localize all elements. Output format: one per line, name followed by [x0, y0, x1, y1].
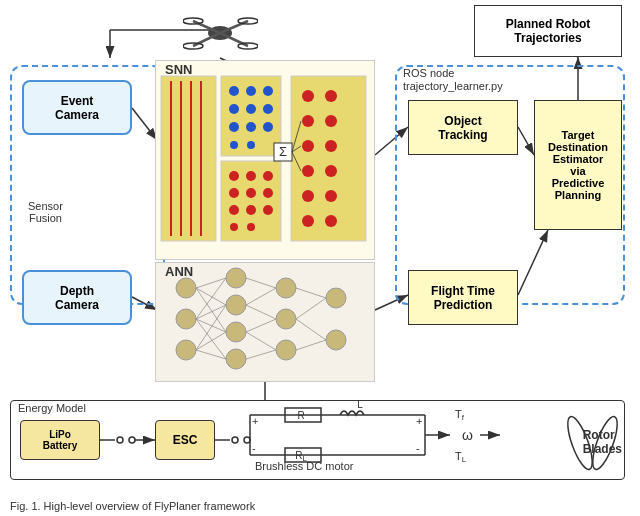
lipo-label: LiPo Battery [43, 429, 77, 451]
dc-motor-label: Brushless DC motor [255, 460, 353, 472]
snn-label: SNN [165, 62, 192, 77]
svg-point-98 [226, 268, 246, 288]
svg-point-62 [246, 122, 256, 132]
svg-point-88 [302, 215, 314, 227]
drone-image [180, 8, 260, 58]
svg-point-72 [229, 205, 239, 215]
svg-line-110 [196, 278, 226, 319]
svg-point-73 [246, 205, 256, 215]
svg-point-106 [326, 330, 346, 350]
svg-point-85 [325, 165, 337, 177]
svg-point-63 [263, 122, 273, 132]
svg-point-89 [325, 215, 337, 227]
planned-trajectories-box: Planned Robot Trajectories [474, 5, 622, 57]
event-camera-box: Event Camera [22, 80, 132, 135]
svg-rect-48 [161, 76, 216, 241]
svg-line-116 [196, 350, 226, 359]
svg-line-125 [296, 319, 326, 340]
svg-point-67 [246, 171, 256, 181]
ann-container [155, 262, 375, 382]
svg-point-68 [263, 171, 273, 181]
svg-point-56 [246, 86, 256, 96]
target-destination-label: Target Destination Estimator via Predict… [548, 129, 608, 201]
svg-point-69 [229, 188, 239, 198]
depth-camera-label: Depth Camera [55, 284, 99, 312]
esc-label: ESC [173, 433, 198, 447]
sensor-fusion-label: Sensor Fusion [28, 200, 63, 224]
fig-caption: Fig. 1. High-level overview of FlyPlaner… [10, 500, 255, 512]
svg-point-82 [302, 140, 314, 152]
target-destination-box: Target Destination Estimator via Predict… [534, 100, 622, 230]
svg-point-104 [276, 340, 296, 360]
svg-point-60 [263, 104, 273, 114]
svg-line-108 [196, 288, 226, 305]
event-camera-label: Event Camera [55, 94, 99, 122]
svg-point-59 [246, 104, 256, 114]
svg-line-123 [296, 288, 326, 298]
svg-line-119 [246, 305, 276, 319]
svg-point-84 [302, 165, 314, 177]
svg-point-81 [325, 115, 337, 127]
svg-point-80 [302, 115, 314, 127]
svg-line-126 [296, 340, 326, 350]
svg-point-99 [226, 295, 246, 315]
svg-point-105 [326, 288, 346, 308]
svg-point-100 [226, 322, 246, 342]
energy-model-label: Energy Model [18, 402, 86, 414]
svg-line-121 [246, 332, 276, 350]
svg-point-61 [229, 122, 239, 132]
object-tracking-label: Object Tracking [438, 114, 487, 142]
svg-point-58 [229, 104, 239, 114]
flight-time-box: Flight Time Prediction [408, 270, 518, 325]
svg-line-118 [246, 288, 276, 305]
svg-point-76 [247, 223, 255, 231]
svg-point-103 [276, 309, 296, 329]
svg-point-70 [246, 188, 256, 198]
flight-time-label: Flight Time Prediction [431, 284, 495, 312]
main-container: R L RL + - + - Tf TL ω [0, 0, 640, 516]
object-tracking-box: Object Tracking [408, 100, 518, 155]
svg-text:Σ: Σ [279, 144, 287, 159]
svg-point-75 [230, 223, 238, 231]
svg-line-120 [246, 319, 276, 332]
rotor-blades-label: Rotor Blades [583, 428, 622, 456]
planned-trajectories-label: Planned Robot Trajectories [506, 17, 591, 45]
svg-point-86 [302, 190, 314, 202]
ros-node-label: ROS node [403, 67, 454, 79]
svg-point-83 [325, 140, 337, 152]
lipo-battery-box: LiPo Battery [20, 420, 100, 460]
ann-label: ANN [165, 264, 193, 279]
snn-container: Σ [155, 60, 375, 260]
svg-line-115 [196, 332, 226, 350]
depth-camera-box: Depth Camera [22, 270, 132, 325]
svg-point-65 [247, 141, 255, 149]
svg-point-64 [230, 141, 238, 149]
svg-point-87 [325, 190, 337, 202]
svg-point-96 [176, 309, 196, 329]
svg-point-74 [263, 205, 273, 215]
svg-point-55 [229, 86, 239, 96]
svg-point-97 [176, 340, 196, 360]
svg-point-79 [325, 90, 337, 102]
svg-point-101 [226, 349, 246, 369]
svg-point-78 [302, 90, 314, 102]
svg-line-117 [246, 278, 276, 288]
svg-line-124 [296, 298, 326, 319]
svg-point-66 [229, 171, 239, 181]
esc-box: ESC [155, 420, 215, 460]
svg-point-57 [263, 86, 273, 96]
svg-point-95 [176, 278, 196, 298]
svg-point-102 [276, 278, 296, 298]
svg-line-122 [246, 350, 276, 359]
trajectory-learner-label: trajectory_learner.py [403, 80, 503, 92]
svg-line-107 [196, 278, 226, 288]
svg-point-71 [263, 188, 273, 198]
